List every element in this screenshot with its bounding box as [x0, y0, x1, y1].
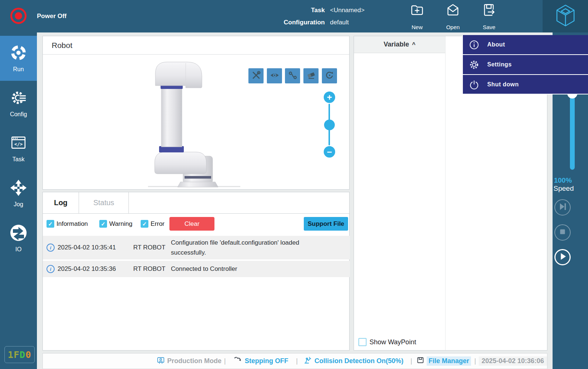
zoom-in-button[interactable]: +	[324, 92, 335, 103]
robot-reset-view-button[interactable]	[322, 68, 337, 83]
log-source: RT ROBOT	[133, 265, 165, 273]
app-dropdown-menu: About Settings Shut down	[462, 35, 588, 94]
open-task-button[interactable]: Open	[439, 3, 467, 30]
menu-label-shutdown: Shut down	[487, 81, 519, 88]
task-label: Task	[274, 7, 325, 14]
statusbar-separator: |	[296, 357, 298, 365]
sidebar-label-run: Run	[13, 66, 24, 73]
eye-icon	[270, 70, 279, 82]
error-checkbox[interactable]	[141, 220, 148, 228]
stop-button[interactable]	[554, 224, 571, 241]
power-status-label: Power Off	[37, 0, 66, 32]
brand-cube-logo	[555, 4, 576, 29]
speed-slider-track[interactable]	[570, 92, 575, 170]
badge-part: D	[20, 349, 25, 360]
sidebar-label-config: Config	[10, 111, 27, 118]
menu-item-shutdown[interactable]: Shut down	[463, 74, 588, 94]
warning-checkbox[interactable]	[99, 220, 107, 228]
zoom-slider-knob[interactable]	[324, 120, 335, 130]
information-label: Information	[56, 220, 88, 228]
sidebar: Run Config </>	[0, 32, 37, 369]
zoom-out-button[interactable]: −	[324, 146, 335, 158]
log-message: Connected to Controller	[171, 264, 330, 274]
statusbar: Production Mode | Stepping OFF |	[42, 353, 547, 369]
log-panel: Log Status Information Warning Error Cle…	[42, 192, 350, 351]
support-file-button[interactable]: Support File	[304, 217, 348, 231]
file-manager-label[interactable]: File Manager	[427, 356, 471, 366]
open-label: Open	[446, 24, 460, 30]
jog-arrows-icon	[10, 179, 27, 198]
step-next-button[interactable]	[554, 199, 571, 215]
log-time: 2025-04-02 10:35:41	[58, 244, 116, 251]
clear-log-button[interactable]: Clear	[169, 217, 214, 231]
error-label: Error	[151, 220, 165, 228]
file-manager-status[interactable]: File Manager | 2025-04-02 10:36:06	[417, 354, 547, 369]
configuration-label: Configuration	[274, 19, 325, 26]
stepping-icon	[234, 356, 242, 366]
badge-part: 0	[25, 349, 31, 360]
app-root: Power Off Task <Unnamed> Configuration d…	[0, 0, 588, 369]
information-checkbox[interactable]	[47, 220, 54, 228]
statusbar-timestamp: 2025-04-02 10:36:06	[479, 356, 547, 366]
show-waypoint-control[interactable]: Show WayPoint	[358, 338, 416, 346]
filter-information[interactable]: Information	[47, 213, 88, 234]
robot-visibility-button[interactable]	[267, 68, 282, 83]
save-task-button[interactable]: Save	[475, 3, 503, 30]
variable-panel-title: Variable	[384, 41, 409, 48]
variable-panel-header[interactable]: Variable ^	[354, 36, 445, 53]
tab-log[interactable]: Log	[43, 192, 79, 213]
save-label: Save	[483, 24, 495, 30]
log-source: RT ROBOT	[133, 244, 165, 251]
menu-label-about: About	[487, 41, 505, 48]
path-icon	[288, 70, 298, 82]
filter-error[interactable]: Error	[141, 213, 165, 234]
robot-view-panel: Robot	[42, 36, 350, 190]
sidebar-item-config[interactable]: Config	[0, 81, 37, 126]
minus-icon: −	[327, 148, 332, 156]
menu-item-about[interactable]: About	[463, 35, 588, 54]
robot-tools-button[interactable]	[248, 68, 264, 83]
topbar: Power Off Task <Unnamed> Configuration d…	[0, 0, 588, 32]
sidebar-item-jog[interactable]: Jog	[0, 171, 37, 216]
sidebar-item-task[interactable]: </> Task	[0, 126, 37, 171]
play-button[interactable]	[554, 249, 571, 265]
controller-code-badge: 1FD0	[4, 346, 35, 363]
show-waypoint-checkbox[interactable]	[358, 338, 367, 346]
menu-label-settings: Settings	[487, 61, 512, 68]
collision-detection-label: Collision Detection On(50%)	[314, 357, 403, 365]
tab-status[interactable]: Status	[79, 192, 128, 213]
production-mode-status: Production Mode |	[157, 354, 226, 369]
filter-warning[interactable]: Warning	[99, 213, 133, 234]
sidebar-item-run[interactable]: Run	[0, 36, 37, 81]
robot-path-button[interactable]	[285, 68, 300, 83]
tab-status-label: Status	[93, 199, 114, 207]
run-target-icon	[10, 44, 27, 63]
log-time: 2025-04-02 10:35:36	[58, 265, 116, 273]
task-config-info: Task <Unnamed> Configuration default	[274, 4, 396, 28]
sidebar-item-io[interactable]: IO	[0, 216, 37, 261]
new-task-button[interactable]: New	[403, 3, 431, 30]
plus-icon: +	[327, 93, 332, 102]
power-button[interactable]	[10, 8, 27, 24]
tools-icon	[251, 70, 261, 82]
log-entry-row[interactable]: i 2025-04-02 10:35:36 RT ROBOT Connected…	[43, 261, 350, 277]
statusbar-separator: |	[410, 357, 412, 365]
robot-3d-model[interactable]	[141, 52, 251, 189]
menu-item-settings[interactable]: Settings	[463, 54, 588, 74]
sidebar-label-jog: Jog	[14, 201, 23, 208]
production-mode-label: Production Mode	[167, 357, 221, 365]
robot-erase-button[interactable]	[303, 68, 319, 83]
config-gear-icon	[10, 89, 27, 108]
tab-log-label: Log	[54, 199, 68, 207]
new-label: New	[412, 24, 423, 30]
log-entry-row[interactable]: i 2025-04-02 10:35:41 RT ROBOT Configura…	[43, 236, 350, 259]
io-arrows-icon	[10, 224, 27, 243]
open-file-icon	[446, 3, 460, 18]
rotate-reset-icon	[325, 70, 334, 82]
stop-icon	[554, 224, 571, 241]
app-menu-button[interactable]	[543, 0, 588, 32]
sidebar-label-task: Task	[13, 156, 25, 163]
sidebar-label-io: IO	[16, 246, 22, 253]
statusbar-separator: |	[224, 357, 226, 365]
speed-value: 100%	[553, 176, 573, 184]
